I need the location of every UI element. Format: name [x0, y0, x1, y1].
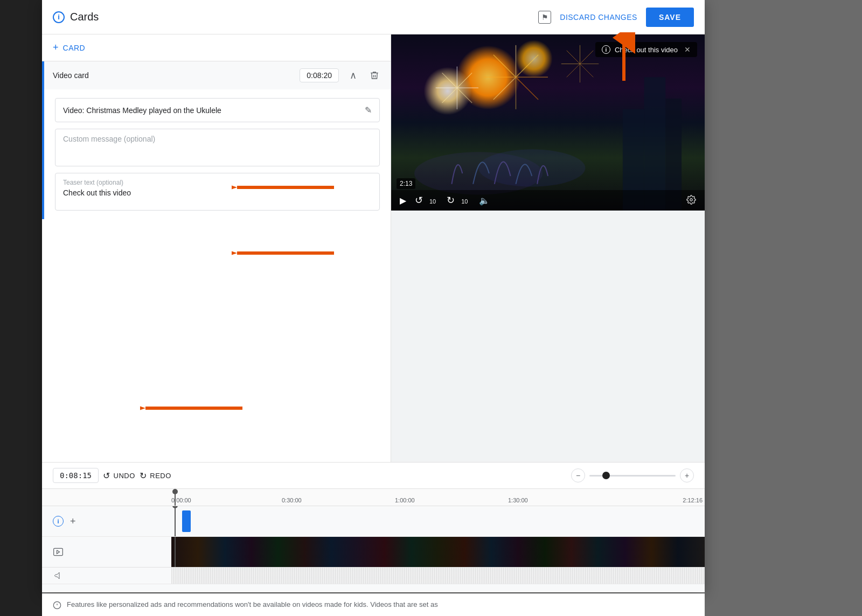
- playhead-head: [172, 506, 178, 508]
- audio-track-icon: [53, 570, 64, 581]
- cards-track-row: i +: [42, 506, 705, 537]
- card-overlay: i Check out this video ✕: [595, 42, 697, 57]
- ruler-mark-1: 0:30:00: [282, 497, 302, 503]
- undo-icon: ↺: [103, 471, 110, 481]
- forward-10-label: 10: [461, 198, 468, 205]
- left-panel: + CARD Video card 0:08:20 ∧: [42, 34, 391, 462]
- video-track-playhead: [175, 537, 176, 567]
- svg-point-25: [478, 149, 585, 186]
- svg-line-1: [516, 55, 538, 78]
- delete-card-button[interactable]: [367, 68, 382, 83]
- timeline-ruler: 0:00:00 0:30:00 1:00:00 1:30:00 2:12:16: [42, 489, 705, 506]
- card-type-label: Video card: [53, 71, 293, 80]
- video-track-icon: [53, 547, 64, 557]
- custom-message-placeholder: Custom message (optional): [63, 135, 372, 143]
- ruler-marks: 0:00:00 0:30:00 1:00:00 1:30:00 2:12:16: [171, 489, 705, 506]
- volume-button[interactable]: 🔈: [479, 195, 490, 206]
- timeline-area: 0:08:15 ↺ UNDO ↻ REDO − +: [42, 462, 705, 592]
- svg-line-13: [442, 88, 457, 103]
- collapse-button[interactable]: ∧: [345, 68, 360, 83]
- svg-line-23: [567, 51, 580, 64]
- sidebar: [0, 0, 42, 616]
- video-bg: 2:13 i Check out this video ✕ ▶ ↺ 10 ↻ 1…: [391, 34, 705, 211]
- svg-line-7: [493, 55, 516, 78]
- right-panel: 2:13 i Check out this video ✕ ▶ ↺ 10 ↻ 1…: [391, 34, 705, 462]
- discard-changes-button[interactable]: DISCARD CHANGES: [560, 13, 637, 22]
- current-time-display[interactable]: 0:08:15: [53, 468, 99, 483]
- cards-track-label: i +: [42, 516, 171, 527]
- card-item-header: Video card 0:08:20 ∧: [44, 61, 391, 89]
- play-button[interactable]: ▶: [400, 195, 406, 206]
- redo-label: REDO: [150, 472, 171, 480]
- zoom-out-button[interactable]: −: [571, 468, 585, 482]
- teaser-label: Teaser text (optional): [63, 179, 372, 186]
- audio-track-label: [42, 570, 171, 581]
- custom-message-input[interactable]: Custom message (optional): [55, 129, 380, 166]
- svg-line-15: [442, 73, 457, 88]
- zoom-slider-thumb[interactable]: [602, 472, 610, 479]
- rewind-10-button[interactable]: ↺: [415, 194, 423, 206]
- svg-point-29: [690, 199, 693, 201]
- card-marker[interactable]: [182, 510, 191, 532]
- video-timestamp: 2:13: [397, 178, 415, 189]
- timeline-tracks: i +: [42, 506, 705, 592]
- zoom-controls: − +: [571, 468, 694, 482]
- audio-track-row: [42, 568, 705, 584]
- bottom-bar-info-icon: [53, 601, 61, 610]
- ruler-playhead-head: [172, 489, 178, 494]
- video-select-box[interactable]: Video: Christmas Medley played on the Uk…: [55, 98, 380, 122]
- svg-line-9: [457, 73, 472, 88]
- cards-dialog: i Cards ⚑ DISCARD CHANGES SAVE + CARD Vi…: [42, 0, 705, 592]
- card-item-body: Video: Christmas Medley played on the Uk…: [44, 89, 391, 219]
- dialog-header: i Cards ⚑ DISCARD CHANGES SAVE: [42, 0, 705, 34]
- svg-rect-30: [54, 548, 63, 555]
- card-time-badge[interactable]: 0:08:20: [300, 68, 339, 82]
- svg-line-19: [580, 64, 594, 78]
- plus-icon: +: [53, 42, 59, 53]
- redo-icon: ↻: [140, 471, 147, 481]
- card-overlay-text: Check out this video: [615, 46, 678, 54]
- zoom-in-button[interactable]: +: [680, 468, 694, 482]
- undo-label: UNDO: [114, 472, 135, 480]
- card-overlay-info-icon: i: [602, 45, 610, 54]
- feedback-icon[interactable]: ⚑: [538, 11, 551, 24]
- save-button[interactable]: SAVE: [646, 8, 694, 27]
- bottom-bar: Features like personalized ads and recom…: [42, 593, 705, 616]
- timeline-toolbar: 0:08:15 ↺ UNDO ↻ REDO − +: [42, 463, 705, 489]
- svg-line-11: [457, 88, 472, 103]
- teaser-text-input[interactable]: Teaser text (optional) Check out this vi…: [55, 173, 380, 211]
- settings-button[interactable]: [686, 195, 696, 206]
- add-card-bar[interactable]: + CARD: [42, 34, 391, 61]
- ruler-mark-end: 2:12:16: [683, 497, 703, 503]
- info-icon: i: [53, 11, 65, 23]
- film-strip: [171, 537, 705, 567]
- card-overlay-close[interactable]: ✕: [684, 45, 691, 54]
- video-track-content: [171, 537, 705, 567]
- zoom-slider[interactable]: [589, 475, 676, 477]
- add-card-label: CARD: [63, 44, 86, 52]
- ruler-mark-3: 1:30:00: [508, 497, 528, 503]
- cards-track-add-button[interactable]: +: [70, 516, 76, 527]
- svg-line-17: [580, 51, 594, 64]
- video-card-item: Video card 0:08:20 ∧: [42, 61, 391, 219]
- cards-track-content: [171, 506, 705, 536]
- header-left: i Cards: [53, 11, 538, 23]
- ruler-playhead: [175, 489, 176, 506]
- forward-10-button[interactable]: ↻: [447, 194, 455, 206]
- video-track-row: [42, 537, 705, 568]
- edit-icon: ✎: [365, 105, 372, 115]
- video-controls: ▶ ↺ 10 ↻ 10 🔈: [391, 190, 705, 211]
- video-select-text: Video: Christmas Medley played on the Uk…: [63, 106, 221, 115]
- undo-button[interactable]: ↺ UNDO: [103, 471, 135, 481]
- playhead: [175, 506, 176, 536]
- bottom-bar-text: Features like personalized ads and recom…: [67, 600, 438, 608]
- ruler-mark-2: 1:00:00: [395, 497, 415, 503]
- dialog-title: Cards: [70, 11, 99, 23]
- rewind-10-label: 10: [429, 198, 436, 205]
- video-track-label: [42, 547, 171, 557]
- svg-line-5: [493, 77, 516, 100]
- redo-button[interactable]: ↻ REDO: [140, 471, 171, 481]
- waveform: [171, 568, 705, 584]
- cards-track-info-icon[interactable]: i: [53, 516, 64, 527]
- dialog-body: + CARD Video card 0:08:20 ∧: [42, 34, 705, 462]
